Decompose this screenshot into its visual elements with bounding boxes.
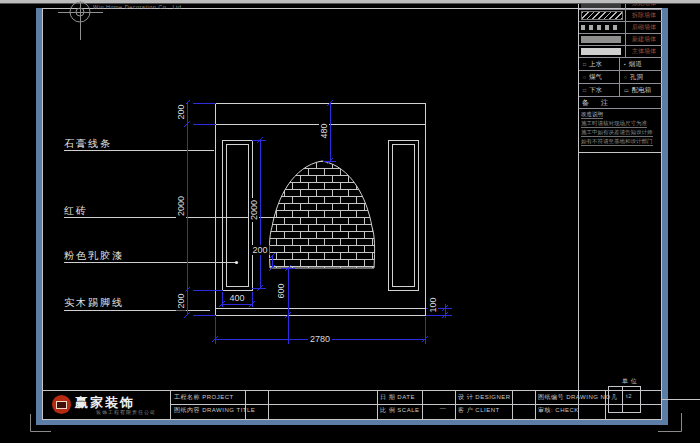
brand-subtitle: 装饰工程有限责任公司 xyxy=(96,409,156,415)
dim-gap: 200 xyxy=(250,245,269,255)
project-label: 工程名称 PROJECT xyxy=(174,393,234,402)
dim-left-top: 200 xyxy=(176,102,186,121)
dim-left-bot: 200 xyxy=(176,291,186,310)
hole-icon: ○ xyxy=(624,75,627,80)
legend-row-main-wall: 主体墙体 xyxy=(579,46,662,58)
remarks-line: 改造说明 xyxy=(581,111,603,119)
brick-arch xyxy=(269,161,374,268)
water-supply-icon: □ xyxy=(583,62,586,67)
corner-marks xyxy=(31,413,682,432)
drain-icon: □ xyxy=(583,88,586,93)
gas-icon: ○ xyxy=(583,75,586,80)
stamp-left-text: 几 xyxy=(611,393,618,402)
remarks-title-row: 备 注 xyxy=(579,97,662,109)
company-mark-text: Win Home Decoration Co., Ltd xyxy=(93,4,182,10)
date-label: 日 期 DATE xyxy=(380,393,415,402)
dim-skirting: 100 xyxy=(428,295,438,314)
scale-label: 比 例 SCALE xyxy=(380,406,420,415)
legend-panel: 原始墙体 拆除墙体 后砌墙体 新建墙体 主体墙体 □上水 ▪烟道 ○煤气 ○孔洞 xyxy=(579,4,662,147)
dim-arch-drop: 480 xyxy=(319,121,329,140)
cad-drawing-canvas[interactable]: 石膏线条 红砖 粉色乳胶漆 实木踢脚线 200 2000 200 2000 48… xyxy=(0,0,700,443)
legend-row-utility-3: □下水 ▭配电箱 xyxy=(579,84,662,97)
legend-row-demolished-wall: 拆除墙体 xyxy=(579,10,662,22)
drawing-title-label: 图纸内容 DRAWING TITLE xyxy=(174,406,255,415)
swatch-original-wall xyxy=(581,4,621,8)
label-wood-skirting: 实木踢脚线 xyxy=(64,296,124,310)
remarks-line: 施工中如有误差请告知设计师 xyxy=(581,129,653,137)
legend-row-rebuilt-wall: 后砌墙体 xyxy=(579,22,662,34)
dim-panel-height: 2000 xyxy=(249,198,259,222)
legend-row-utility-2: ○煤气 ○孔洞 xyxy=(579,71,662,84)
swatch-rebuilt-wall xyxy=(581,25,621,30)
swatch-new-wall xyxy=(581,36,621,43)
stamp-right-text: t2 xyxy=(626,393,632,399)
company-logo xyxy=(52,395,71,414)
designer-label: 设 计 DESIGNER xyxy=(458,393,511,402)
label-red-brick: 红砖 xyxy=(64,204,88,218)
client-label: 客 户 CLIENT xyxy=(458,406,500,415)
remarks-line: 施工时请核对现场尺寸为准 xyxy=(581,120,647,128)
label-plaster-molding: 石膏线条 xyxy=(64,137,112,151)
drawing-no-label: 图纸编号 DRAWING NO xyxy=(538,393,611,402)
scale-value: — xyxy=(432,405,454,411)
flue-icon: ▪ xyxy=(624,62,626,67)
legend-row-utility-1: □上水 ▪烟道 xyxy=(579,58,662,71)
dim-panel-width: 400 xyxy=(227,293,246,303)
unit-label: 单 位 xyxy=(622,377,637,386)
label-pink-latex-paint: 粉色乳胶漆 xyxy=(64,249,124,263)
remarks-block: 改造说明 施工时请核对现场尺寸为准 施工中如有误差请告知设计师 如有不符请至基地… xyxy=(579,109,662,146)
dim-left-mid: 2000 xyxy=(176,194,186,218)
distribution-box-icon: ▭ xyxy=(624,88,629,93)
dim-overall-width: 2780 xyxy=(308,334,332,344)
remarks-line: 如有不符请至基地和设计部门 xyxy=(581,138,653,146)
swatch-main-wall xyxy=(581,48,621,55)
dim-hearth: 600 xyxy=(276,281,286,300)
remarks-title: 备 注 xyxy=(579,98,613,108)
swatch-demolished-wall xyxy=(581,11,623,20)
check-label: 审核: CHECK xyxy=(538,406,579,415)
legend-row-new-wall: 新建墙体 xyxy=(579,34,662,46)
